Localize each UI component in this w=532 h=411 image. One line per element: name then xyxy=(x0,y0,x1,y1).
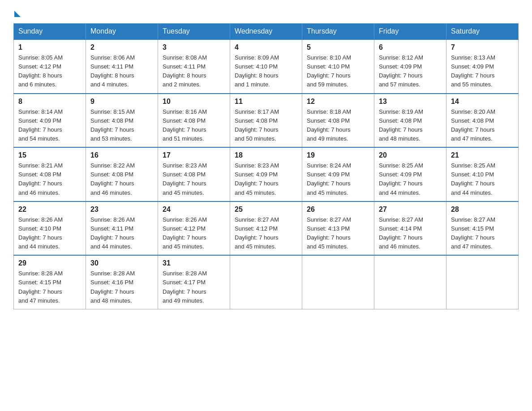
calendar-cell: 10Sunrise: 8:16 AMSunset: 4:08 PMDayligh… xyxy=(158,94,230,148)
day-info: Sunrise: 8:15 AMSunset: 4:08 PMDaylight:… xyxy=(90,107,153,144)
day-info: Sunrise: 8:18 AMSunset: 4:08 PMDaylight:… xyxy=(307,107,369,144)
day-number: 5 xyxy=(307,43,369,51)
calendar-day-header: Friday xyxy=(374,24,446,40)
day-number: 25 xyxy=(235,206,297,214)
day-info: Sunrise: 8:19 AMSunset: 4:08 PMDaylight:… xyxy=(379,107,442,144)
calendar-cell: 19Sunrise: 8:24 AMSunset: 4:09 PMDayligh… xyxy=(302,147,374,201)
day-info: Sunrise: 8:24 AMSunset: 4:09 PMDaylight:… xyxy=(307,161,369,197)
day-info: Sunrise: 8:05 AMSunset: 4:12 PMDaylight:… xyxy=(18,53,81,90)
day-info: Sunrise: 8:13 AMSunset: 4:09 PMDaylight:… xyxy=(451,53,514,90)
day-info: Sunrise: 8:20 AMSunset: 4:08 PMDaylight:… xyxy=(451,107,514,144)
day-number: 27 xyxy=(379,206,442,214)
calendar-day-header: Sunday xyxy=(14,24,86,40)
calendar-cell: 26Sunrise: 8:27 AMSunset: 4:13 PMDayligh… xyxy=(302,201,374,256)
day-number: 22 xyxy=(18,206,81,214)
day-number: 1 xyxy=(18,43,81,51)
calendar-cell: 27Sunrise: 8:27 AMSunset: 4:14 PMDayligh… xyxy=(374,201,446,256)
day-number: 19 xyxy=(307,151,369,159)
calendar-cell: 31Sunrise: 8:28 AMSunset: 4:17 PMDayligh… xyxy=(158,255,230,309)
day-info: Sunrise: 8:25 AMSunset: 4:10 PMDaylight:… xyxy=(451,161,514,197)
day-info: Sunrise: 8:27 AMSunset: 4:12 PMDaylight:… xyxy=(235,215,297,252)
day-number: 4 xyxy=(235,43,297,51)
day-info: Sunrise: 8:26 AMSunset: 4:10 PMDaylight:… xyxy=(18,215,81,252)
day-number: 10 xyxy=(163,98,225,106)
day-number: 26 xyxy=(307,206,369,214)
day-number: 14 xyxy=(451,98,514,106)
calendar-cell: 23Sunrise: 8:26 AMSunset: 4:11 PMDayligh… xyxy=(86,201,158,256)
calendar-cell: 20Sunrise: 8:25 AMSunset: 4:09 PMDayligh… xyxy=(374,147,446,201)
day-info: Sunrise: 8:23 AMSunset: 4:09 PMDaylight:… xyxy=(235,161,297,197)
calendar-day-header: Thursday xyxy=(302,24,374,40)
calendar-cell: 25Sunrise: 8:27 AMSunset: 4:12 PMDayligh… xyxy=(230,201,302,256)
calendar-cell: 5Sunrise: 8:10 AMSunset: 4:10 PMDaylight… xyxy=(302,39,374,94)
calendar-cell xyxy=(302,255,374,309)
calendar-header-row: SundayMondayTuesdayWednesdayThursdayFrid… xyxy=(14,24,519,40)
day-info: Sunrise: 8:22 AMSunset: 4:08 PMDaylight:… xyxy=(90,161,153,197)
day-number: 13 xyxy=(379,98,442,106)
calendar-cell: 30Sunrise: 8:28 AMSunset: 4:16 PMDayligh… xyxy=(86,255,158,309)
calendar-cell: 6Sunrise: 8:12 AMSunset: 4:09 PMDaylight… xyxy=(374,39,446,94)
logo xyxy=(13,9,21,15)
day-info: Sunrise: 8:28 AMSunset: 4:17 PMDaylight:… xyxy=(163,269,225,305)
calendar-cell: 18Sunrise: 8:23 AMSunset: 4:09 PMDayligh… xyxy=(230,147,302,201)
calendar-week-row: 22Sunrise: 8:26 AMSunset: 4:10 PMDayligh… xyxy=(14,201,519,256)
day-info: Sunrise: 8:14 AMSunset: 4:09 PMDaylight:… xyxy=(18,107,81,144)
calendar-cell: 28Sunrise: 8:27 AMSunset: 4:15 PMDayligh… xyxy=(446,201,519,256)
calendar-cell: 4Sunrise: 8:09 AMSunset: 4:10 PMDaylight… xyxy=(230,39,302,94)
day-number: 12 xyxy=(307,98,369,106)
calendar-cell: 22Sunrise: 8:26 AMSunset: 4:10 PMDayligh… xyxy=(14,201,86,256)
day-number: 16 xyxy=(90,151,153,159)
calendar-cell: 29Sunrise: 8:28 AMSunset: 4:15 PMDayligh… xyxy=(14,255,86,309)
calendar-day-header: Monday xyxy=(86,24,158,40)
day-number: 18 xyxy=(235,151,297,159)
day-info: Sunrise: 8:17 AMSunset: 4:08 PMDaylight:… xyxy=(235,107,297,144)
day-number: 23 xyxy=(90,206,153,214)
day-number: 8 xyxy=(18,98,81,106)
calendar-cell xyxy=(374,255,446,309)
day-info: Sunrise: 8:10 AMSunset: 4:10 PMDaylight:… xyxy=(307,53,369,90)
day-info: Sunrise: 8:12 AMSunset: 4:09 PMDaylight:… xyxy=(379,53,442,90)
day-info: Sunrise: 8:06 AMSunset: 4:11 PMDaylight:… xyxy=(90,53,153,90)
calendar-cell: 17Sunrise: 8:23 AMSunset: 4:08 PMDayligh… xyxy=(158,147,230,201)
calendar-day-header: Wednesday xyxy=(230,24,302,40)
day-number: 31 xyxy=(163,259,225,267)
calendar-cell: 3Sunrise: 8:08 AMSunset: 4:11 PMDaylight… xyxy=(158,39,230,94)
day-info: Sunrise: 8:26 AMSunset: 4:12 PMDaylight:… xyxy=(163,215,225,252)
day-number: 6 xyxy=(379,43,442,51)
day-number: 28 xyxy=(451,206,514,214)
logo-triangle-icon xyxy=(14,11,21,17)
day-info: Sunrise: 8:26 AMSunset: 4:11 PMDaylight:… xyxy=(90,215,153,252)
day-number: 11 xyxy=(235,98,297,106)
day-number: 21 xyxy=(451,151,514,159)
day-number: 2 xyxy=(90,43,153,51)
day-info: Sunrise: 8:16 AMSunset: 4:08 PMDaylight:… xyxy=(163,107,225,144)
day-info: Sunrise: 8:27 AMSunset: 4:14 PMDaylight:… xyxy=(379,215,442,252)
day-number: 29 xyxy=(18,259,81,267)
calendar-cell xyxy=(230,255,302,309)
calendar-day-header: Saturday xyxy=(446,24,519,40)
day-info: Sunrise: 8:27 AMSunset: 4:15 PMDaylight:… xyxy=(451,215,514,252)
calendar-week-row: 15Sunrise: 8:21 AMSunset: 4:08 PMDayligh… xyxy=(14,147,519,201)
day-number: 24 xyxy=(163,206,225,214)
day-number: 20 xyxy=(379,151,442,159)
day-number: 7 xyxy=(451,43,514,51)
calendar-cell: 15Sunrise: 8:21 AMSunset: 4:08 PMDayligh… xyxy=(14,147,86,201)
day-info: Sunrise: 8:27 AMSunset: 4:13 PMDaylight:… xyxy=(307,215,369,252)
calendar-cell: 21Sunrise: 8:25 AMSunset: 4:10 PMDayligh… xyxy=(446,147,519,201)
day-number: 30 xyxy=(90,259,153,267)
calendar-week-row: 1Sunrise: 8:05 AMSunset: 4:12 PMDaylight… xyxy=(14,39,519,94)
calendar-cell xyxy=(446,255,519,309)
calendar-cell: 8Sunrise: 8:14 AMSunset: 4:09 PMDaylight… xyxy=(14,94,86,148)
day-number: 17 xyxy=(163,151,225,159)
calendar-cell: 13Sunrise: 8:19 AMSunset: 4:08 PMDayligh… xyxy=(374,94,446,148)
calendar-cell: 14Sunrise: 8:20 AMSunset: 4:08 PMDayligh… xyxy=(446,94,519,148)
page-header xyxy=(13,9,519,15)
calendar-table: SundayMondayTuesdayWednesdayThursdayFrid… xyxy=(13,23,519,309)
calendar-cell: 7Sunrise: 8:13 AMSunset: 4:09 PMDaylight… xyxy=(446,39,519,94)
calendar-week-row: 29Sunrise: 8:28 AMSunset: 4:15 PMDayligh… xyxy=(14,255,519,309)
day-info: Sunrise: 8:23 AMSunset: 4:08 PMDaylight:… xyxy=(163,161,225,197)
day-number: 9 xyxy=(90,98,153,106)
day-info: Sunrise: 8:28 AMSunset: 4:16 PMDaylight:… xyxy=(90,269,153,305)
calendar-cell: 24Sunrise: 8:26 AMSunset: 4:12 PMDayligh… xyxy=(158,201,230,256)
day-info: Sunrise: 8:09 AMSunset: 4:10 PMDaylight:… xyxy=(235,53,297,90)
